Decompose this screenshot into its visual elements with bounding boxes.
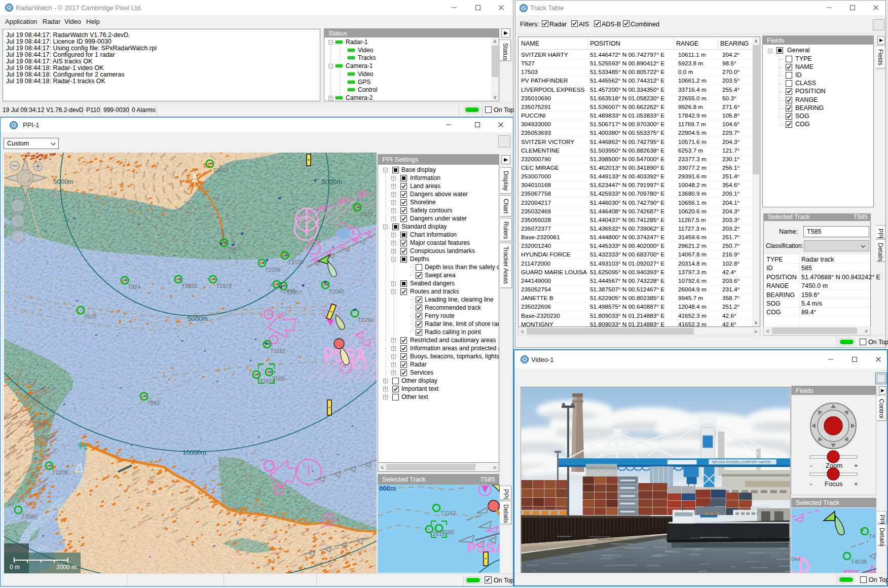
svg-text:T2893: T2893 <box>181 283 197 289</box>
svg-text:+: + <box>854 462 858 469</box>
svg-text:T2957: T2957 <box>286 289 302 296</box>
svg-text:T4038: T4038 <box>851 559 867 565</box>
svg-text:T824: T824 <box>128 284 140 290</box>
svg-text:T3139: T3139 <box>288 259 304 265</box>
svg-text:-: - <box>810 462 812 469</box>
svg-text:T2206: T2206 <box>265 267 281 273</box>
svg-text:...: ... <box>16 204 20 208</box>
svg-text:T892: T892 <box>147 400 160 406</box>
svg-text:T585: T585 <box>441 529 454 535</box>
svg-text:T4: T4 <box>869 533 875 539</box>
svg-text:Focus: Focus <box>825 480 843 488</box>
svg-text:...: ... <box>16 219 20 224</box>
svg-text:5000m: 5000m <box>322 178 342 186</box>
svg-text:044: 044 <box>791 556 800 562</box>
svg-text:10000m: 10000m <box>182 449 206 456</box>
svg-text:...: ... <box>16 234 20 239</box>
svg-text:T2580: T2580 <box>21 513 37 520</box>
svg-text:T2250: T2250 <box>358 317 374 323</box>
svg-text:T570: T570 <box>84 314 96 320</box>
svg-text:T3613: T3613 <box>213 167 229 173</box>
svg-text:T1162: T1162 <box>270 348 285 354</box>
svg-text:T1162: T1162 <box>440 510 456 516</box>
svg-text:T2042: T2042 <box>328 288 344 295</box>
svg-text:NEUSS DUSSELDORFER HAFEN: NEUSS DUSSELDORFER HAFEN <box>712 460 770 464</box>
svg-text:T2208: T2208 <box>52 469 68 475</box>
svg-text:T957: T957 <box>227 246 240 252</box>
svg-text:5000m: 5000m <box>53 178 73 186</box>
svg-text:T527: T527 <box>360 211 373 217</box>
svg-text:-: - <box>810 480 812 488</box>
svg-text:0 m: 0 m <box>10 564 20 571</box>
svg-text:+: + <box>854 480 858 488</box>
svg-text:T3173: T3173 <box>216 283 232 289</box>
svg-text:2000 m: 2000 m <box>56 564 77 571</box>
